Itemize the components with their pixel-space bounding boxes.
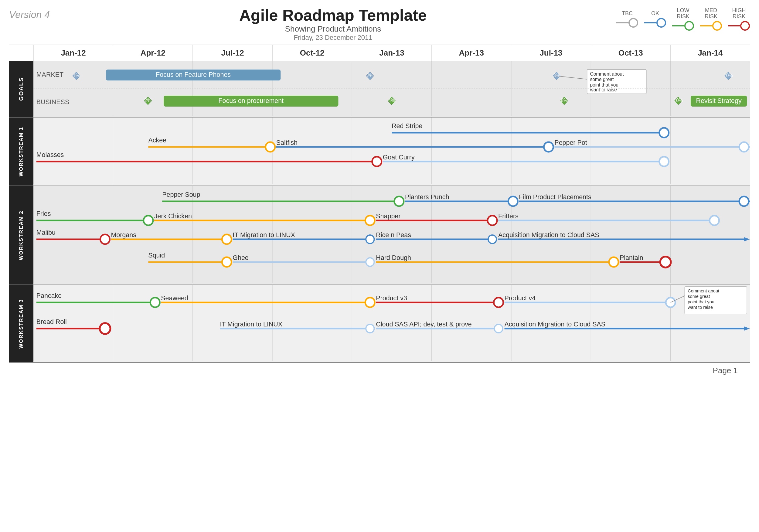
legend: TBC OK LOWRISK bbox=[616, 6, 750, 31]
ws1-label: WORKSTREAM 1 bbox=[9, 117, 33, 185]
svg-text:Acquisition Migration to Cloud: Acquisition Migration to Cloud SAS bbox=[498, 231, 599, 239]
svg-point-117 bbox=[366, 258, 374, 266]
page-container: Version 4 Agile Roadmap Template Showing… bbox=[0, 0, 759, 532]
svg-point-93 bbox=[488, 216, 497, 225]
ws1-svg: Red Stripe Ackee Saltfish Pepper Pot Mol… bbox=[33, 117, 750, 184]
legend-low-risk: LOWRISK bbox=[672, 8, 694, 31]
legend-ok: OK bbox=[644, 10, 666, 28]
page-number: Page 1 bbox=[9, 363, 750, 378]
subtitle: Showing Product Ambitions bbox=[50, 24, 616, 34]
svg-point-51 bbox=[659, 128, 669, 138]
svg-point-159 bbox=[494, 324, 502, 333]
svg-point-153 bbox=[100, 323, 110, 334]
svg-text:Jerk Chicken: Jerk Chicken bbox=[154, 212, 192, 220]
svg-point-156 bbox=[366, 324, 374, 333]
svg-point-90 bbox=[365, 216, 375, 225]
timeline-col-oct13: Oct-13 bbox=[591, 45, 670, 61]
svg-text:Pepper Pot: Pepper Pot bbox=[554, 139, 587, 146]
ws2-svg: Pepper Soup Planters Punch Film Product … bbox=[33, 186, 750, 283]
svg-text:Comment about: Comment about bbox=[688, 288, 719, 293]
svg-text:Seaweed: Seaweed bbox=[161, 294, 188, 302]
date-text: Friday, 23 December 2011 bbox=[50, 34, 616, 42]
svg-point-78 bbox=[394, 196, 404, 206]
svg-point-87 bbox=[143, 216, 153, 225]
svg-text:IT Migration to LINUX: IT Migration to LINUX bbox=[220, 320, 282, 328]
timeline-col-jul13: Jul-13 bbox=[511, 45, 590, 61]
timeline-col-jul12: Jul-12 bbox=[192, 45, 272, 61]
svg-text:Pepper Soup: Pepper Soup bbox=[162, 191, 200, 198]
svg-point-57 bbox=[544, 142, 553, 152]
svg-text:Cloud SAS API; dev, test & pro: Cloud SAS API; dev, test & prove bbox=[376, 320, 471, 328]
timeline-header: Jan-12 Apr-12 Jul-12 Oct-12 Jan-13 Apr-1… bbox=[33, 45, 750, 61]
svg-text:Snapper: Snapper bbox=[376, 212, 400, 220]
ws3-label: WORKSTREAM 3 bbox=[9, 285, 33, 362]
svg-text:BUSINESS: BUSINESS bbox=[36, 98, 69, 106]
svg-point-84 bbox=[739, 196, 749, 206]
legend-tbc-label: TBC bbox=[622, 10, 633, 17]
timeline-col-apr13: Apr-13 bbox=[431, 45, 511, 61]
svg-text:2%: 2% bbox=[144, 98, 151, 103]
header: Version 4 Agile Roadmap Template Showing… bbox=[9, 6, 750, 42]
svg-line-18 bbox=[556, 76, 587, 79]
svg-point-135 bbox=[150, 298, 160, 307]
legend-ok-indicator bbox=[644, 18, 666, 28]
svg-text:Focus on procurement: Focus on procurement bbox=[219, 97, 284, 104]
svg-text:Product v3: Product v3 bbox=[376, 294, 407, 302]
goals-section: GOALS MARKET Focus on Feature Phones bbox=[9, 61, 750, 117]
svg-text:2%: 2% bbox=[367, 73, 374, 78]
svg-point-54 bbox=[266, 142, 275, 152]
svg-text:some great: some great bbox=[688, 294, 710, 299]
legend-low-risk-indicator bbox=[672, 21, 694, 31]
ws1-section: WORKSTREAM 1 Red Stripe Ackee bbox=[9, 117, 750, 186]
svg-text:Focus on Feature Phones: Focus on Feature Phones bbox=[156, 71, 231, 78]
svg-marker-162 bbox=[744, 326, 750, 331]
svg-point-114 bbox=[222, 257, 231, 267]
svg-text:Planters Punch: Planters Punch bbox=[405, 193, 449, 201]
svg-text:IT Migration to LINUX: IT Migration to LINUX bbox=[232, 231, 295, 239]
svg-point-138 bbox=[365, 298, 375, 307]
svg-text:point that you: point that you bbox=[590, 82, 619, 87]
goals-content: MARKET Focus on Feature Phones 1% 2% 3% … bbox=[33, 61, 750, 117]
ws2-label: WORKSTREAM 2 bbox=[9, 186, 33, 285]
svg-text:Goat Curry: Goat Curry bbox=[383, 153, 415, 161]
svg-text:8%: 8% bbox=[561, 98, 568, 103]
svg-text:Plantain: Plantain bbox=[619, 254, 643, 262]
svg-text:Molasses: Molasses bbox=[36, 151, 64, 158]
legend-ok-label: OK bbox=[651, 10, 659, 17]
svg-text:point that you: point that you bbox=[688, 300, 714, 304]
ws2-content: Pepper Soup Planters Punch Film Product … bbox=[33, 186, 750, 285]
timeline-col-jan14: Jan-14 bbox=[670, 45, 750, 61]
svg-text:Rice n Peas: Rice n Peas bbox=[376, 231, 411, 239]
legend-med-risk-indicator bbox=[700, 21, 722, 31]
svg-text:Film Product Placements: Film Product Placements bbox=[519, 193, 591, 201]
goals-svg: MARKET Focus on Feature Phones 1% 2% 3% … bbox=[33, 61, 750, 116]
svg-text:Morgans: Morgans bbox=[111, 231, 137, 239]
svg-point-105 bbox=[366, 235, 374, 244]
legend-high-risk-indicator bbox=[728, 21, 750, 31]
svg-point-102 bbox=[222, 234, 231, 244]
timeline-col-jan12: Jan-12 bbox=[33, 45, 113, 61]
svg-text:10%: 10% bbox=[724, 73, 733, 78]
svg-marker-111 bbox=[744, 237, 750, 241]
svg-text:some great: some great bbox=[590, 77, 614, 82]
svg-text:4%: 4% bbox=[388, 98, 395, 103]
title-block: Agile Roadmap Template Showing Product A… bbox=[50, 6, 616, 42]
svg-text:Squid: Squid bbox=[148, 251, 165, 259]
timeline-col-jan13: Jan-13 bbox=[352, 45, 431, 61]
ws3-svg: Pancake Seaweed Product v3 Product v4 Co… bbox=[33, 285, 750, 361]
main-title: Agile Roadmap Template bbox=[50, 6, 616, 24]
svg-text:want to raise: want to raise bbox=[590, 87, 617, 92]
svg-point-66 bbox=[659, 157, 669, 166]
svg-text:Revisit Strategy: Revisit Strategy bbox=[696, 97, 742, 104]
legend-high-risk: HIGHRISK bbox=[728, 8, 750, 31]
legend-tbc: TBC bbox=[616, 10, 638, 28]
svg-text:10%: 10% bbox=[673, 98, 683, 103]
legend-med-risk: MEDRISK bbox=[700, 8, 722, 31]
svg-point-81 bbox=[508, 196, 518, 206]
svg-point-60 bbox=[739, 142, 749, 152]
svg-text:Acquisition Migration to Cloud: Acquisition Migration to Cloud SAS bbox=[504, 320, 606, 328]
svg-text:Saltfish: Saltfish bbox=[276, 139, 298, 146]
legend-high-risk-label: HIGHRISK bbox=[732, 8, 746, 20]
svg-point-99 bbox=[100, 234, 110, 244]
ws2-section: WORKSTREAM 2 Pepper Soup Planters Punch bbox=[9, 186, 750, 285]
